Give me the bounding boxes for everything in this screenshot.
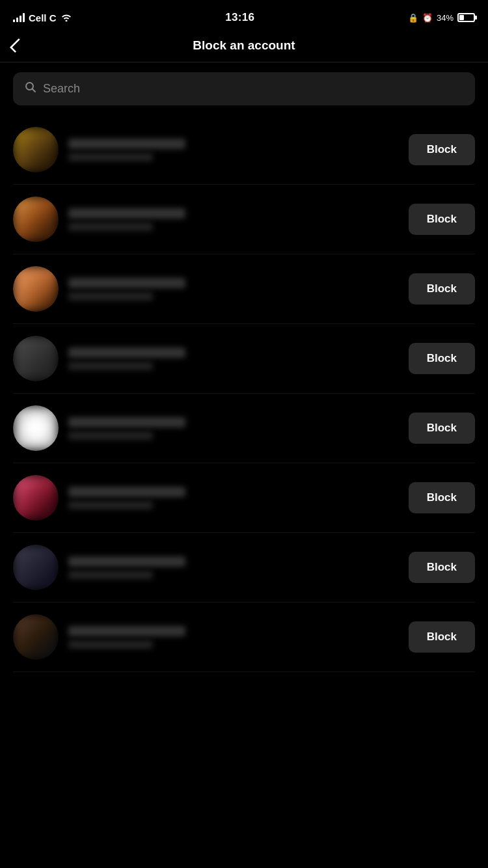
user-name bbox=[68, 139, 185, 149]
avatar bbox=[13, 197, 59, 242]
user-handle bbox=[68, 292, 153, 301]
block-button[interactable]: Block bbox=[409, 552, 475, 583]
user-info bbox=[68, 626, 399, 649]
battery-percent: 34% bbox=[437, 13, 454, 23]
block-button[interactable]: Block bbox=[409, 134, 475, 165]
user-info bbox=[68, 208, 399, 231]
user-name bbox=[68, 417, 185, 427]
block-button[interactable]: Block bbox=[409, 621, 475, 653]
time-label: 13:16 bbox=[225, 11, 254, 24]
user-handle bbox=[68, 431, 153, 440]
carrier-label: Cell C bbox=[29, 12, 57, 23]
signal-icon bbox=[13, 13, 25, 22]
battery-icon bbox=[457, 13, 475, 22]
list-item: Block bbox=[13, 254, 475, 324]
block-button[interactable]: Block bbox=[409, 413, 475, 444]
user-handle bbox=[68, 153, 153, 161]
block-button[interactable]: Block bbox=[409, 204, 475, 235]
wifi-icon bbox=[61, 12, 72, 23]
user-handle bbox=[68, 571, 153, 579]
user-list: Block Block Block Block bbox=[0, 115, 488, 672]
list-item: Block bbox=[13, 533, 475, 603]
user-name bbox=[68, 487, 185, 497]
list-item: Block bbox=[13, 185, 475, 254]
block-button[interactable]: Block bbox=[409, 273, 475, 305]
back-button[interactable] bbox=[13, 39, 21, 52]
user-info bbox=[68, 556, 399, 579]
avatar bbox=[13, 405, 59, 451]
search-bar[interactable]: Search bbox=[13, 72, 475, 105]
list-item: Block bbox=[13, 603, 475, 672]
user-handle bbox=[68, 362, 153, 370]
user-info bbox=[68, 139, 399, 161]
user-name bbox=[68, 208, 185, 219]
alarm-icon: ⏰ bbox=[422, 13, 433, 23]
avatar bbox=[13, 266, 59, 312]
avatar bbox=[13, 614, 59, 660]
user-info bbox=[68, 487, 399, 509]
user-info bbox=[68, 278, 399, 301]
status-right: 🔒 ⏰ 34% bbox=[408, 13, 475, 23]
avatar bbox=[13, 127, 59, 172]
avatar bbox=[13, 475, 59, 521]
user-name bbox=[68, 347, 185, 358]
user-name bbox=[68, 626, 185, 636]
user-handle bbox=[68, 223, 153, 231]
user-handle bbox=[68, 501, 153, 509]
block-button[interactable]: Block bbox=[409, 482, 475, 513]
status-bar: Cell C 13:16 🔒 ⏰ 34% bbox=[0, 0, 488, 33]
user-name bbox=[68, 556, 185, 567]
page-title: Block an account bbox=[193, 38, 295, 53]
search-placeholder: Search bbox=[43, 82, 80, 96]
search-icon bbox=[25, 81, 36, 96]
user-handle bbox=[68, 640, 153, 649]
user-name bbox=[68, 278, 185, 288]
avatar bbox=[13, 336, 59, 381]
lock-icon: 🔒 bbox=[408, 13, 418, 23]
back-chevron-icon bbox=[10, 38, 25, 53]
list-item: Block bbox=[13, 115, 475, 185]
list-item: Block bbox=[13, 394, 475, 463]
block-button[interactable]: Block bbox=[409, 343, 475, 374]
status-left: Cell C bbox=[13, 12, 72, 23]
search-container: Search bbox=[0, 62, 488, 115]
list-item: Block bbox=[13, 324, 475, 394]
avatar bbox=[13, 545, 59, 590]
list-item: Block bbox=[13, 463, 475, 533]
user-info bbox=[68, 347, 399, 370]
nav-header: Block an account bbox=[0, 33, 488, 62]
svg-line-1 bbox=[33, 89, 36, 92]
user-info bbox=[68, 417, 399, 440]
